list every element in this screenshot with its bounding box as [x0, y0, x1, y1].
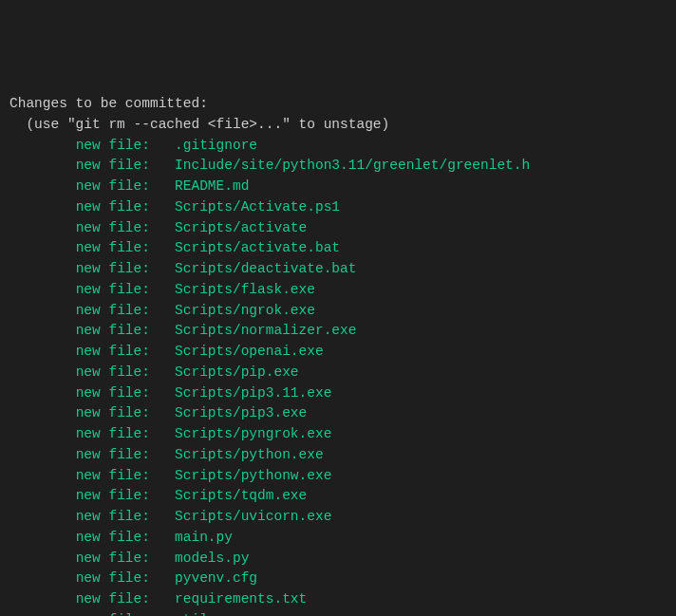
- file-path: Scripts/ngrok.exe: [175, 301, 315, 322]
- file-path: README.md: [175, 177, 249, 197]
- staged-file-entry: new file: Scripts/pip3.11.exe: [9, 383, 667, 404]
- indent: [9, 530, 76, 545]
- indent: [9, 488, 76, 503]
- file-path: Scripts/pip3.11.exe: [175, 383, 331, 404]
- file-path: models.py: [175, 549, 249, 569]
- file-status-label: new file:: [76, 177, 175, 197]
- file-status-label: new file:: [76, 610, 175, 616]
- file-status-label: new file:: [76, 507, 175, 528]
- file-path: Scripts/pip.exe: [175, 363, 299, 383]
- commit-header: Changes to be committed:: [9, 94, 667, 115]
- indent: [9, 323, 76, 338]
- indent: [9, 426, 76, 441]
- indent: [9, 364, 76, 380]
- file-path: Scripts/activate.bat: [175, 238, 340, 259]
- file-status-label: new file:: [76, 321, 175, 342]
- indent: [9, 509, 76, 524]
- file-path: Scripts/activate: [175, 218, 307, 239]
- staged-file-entry: new file: Scripts/Activate.ps1: [9, 197, 667, 218]
- terminal-output: Changes to be committed: (use "git rm --…: [9, 94, 667, 616]
- indent: [9, 282, 76, 297]
- file-status-label: new file:: [76, 445, 175, 466]
- file-path: utils.py: [175, 610, 241, 616]
- file-status-label: new file:: [76, 259, 175, 280]
- staged-file-entry: new file: .gitignore: [9, 136, 667, 157]
- staged-file-entry: new file: Scripts/pip3.exe: [9, 403, 667, 424]
- indent: [9, 158, 76, 173]
- indent: [9, 261, 76, 276]
- staged-file-entry: new file: Scripts/normalizer.exe: [9, 321, 667, 342]
- file-path: Scripts/flask.exe: [175, 280, 315, 301]
- staged-file-entry: new file: Scripts/python.exe: [9, 445, 667, 466]
- file-path: Scripts/pyngrok.exe: [175, 424, 331, 445]
- file-path: .gitignore: [175, 136, 257, 157]
- indent: [9, 468, 76, 483]
- indent: [9, 405, 76, 420]
- file-status-label: new file:: [76, 589, 175, 610]
- file-status-label: new file:: [76, 486, 175, 507]
- file-path: Scripts/tqdm.exe: [175, 486, 307, 507]
- staged-file-entry: new file: requirements.txt: [9, 589, 667, 610]
- staged-file-entry: new file: main.py: [9, 528, 667, 549]
- staged-file-entry: new file: pyvenv.cfg: [9, 569, 667, 589]
- file-path: pyvenv.cfg: [175, 569, 257, 589]
- indent: [9, 199, 76, 215]
- indent: [9, 447, 76, 462]
- indent: [9, 303, 76, 318]
- staged-file-entry: new file: README.md: [9, 177, 667, 197]
- file-status-label: new file:: [76, 569, 175, 589]
- staged-file-entry: new file: Include/site/python3.11/greenl…: [9, 156, 667, 177]
- file-status-label: new file:: [76, 197, 175, 218]
- indent: [9, 240, 76, 255]
- file-status-label: new file:: [76, 549, 175, 569]
- staged-file-entry: new file: models.py: [9, 549, 667, 569]
- staged-file-entry: new file: Scripts/deactivate.bat: [9, 259, 667, 280]
- file-path: main.py: [175, 528, 233, 549]
- indent: [9, 178, 76, 194]
- unstage-hint: (use "git rm --cached <file>..." to unst…: [9, 115, 667, 136]
- file-status-label: new file:: [76, 156, 175, 177]
- file-status-label: new file:: [76, 301, 175, 322]
- staged-file-entry: new file: Scripts/pyngrok.exe: [9, 424, 667, 445]
- staged-file-entry: new file: Scripts/openai.exe: [9, 342, 667, 363]
- file-path: Scripts/deactivate.bat: [175, 259, 356, 280]
- indent: [9, 591, 76, 607]
- staged-file-entry: new file: Scripts/uvicorn.exe: [9, 507, 667, 528]
- file-status-label: new file:: [76, 342, 175, 363]
- indent: [9, 385, 76, 401]
- file-path: Scripts/normalizer.exe: [175, 321, 356, 342]
- file-status-label: new file:: [76, 466, 175, 487]
- staged-file-entry: new file: Scripts/ngrok.exe: [9, 301, 667, 322]
- indent: [9, 344, 76, 359]
- indent: [9, 570, 76, 586]
- staged-file-entry: new file: Scripts/tqdm.exe: [9, 486, 667, 507]
- staged-file-entry: new file: utils.py: [9, 610, 667, 616]
- file-status-label: new file:: [76, 280, 175, 301]
- file-status-label: new file:: [76, 363, 175, 383]
- staged-file-entry: new file: Scripts/pythonw.exe: [9, 466, 667, 487]
- file-path: Scripts/openai.exe: [175, 342, 324, 363]
- indent: [9, 612, 76, 616]
- file-status-label: new file:: [76, 383, 175, 404]
- indent: [9, 138, 76, 153]
- file-status-label: new file:: [76, 218, 175, 239]
- staged-file-entry: new file: Scripts/activate.bat: [9, 238, 667, 259]
- file-path: Scripts/pip3.exe: [175, 403, 307, 424]
- staged-file-entry: new file: Scripts/activate: [9, 218, 667, 239]
- file-path: Scripts/pythonw.exe: [175, 466, 331, 487]
- staged-files-list: new file: .gitignore new file: Include/s…: [9, 136, 667, 617]
- file-path: Scripts/uvicorn.exe: [175, 507, 331, 528]
- indent: [9, 220, 76, 235]
- file-path: Scripts/Activate.ps1: [175, 197, 340, 218]
- staged-file-entry: new file: Scripts/flask.exe: [9, 280, 667, 301]
- file-path: Scripts/python.exe: [175, 445, 324, 466]
- file-path: requirements.txt: [175, 589, 307, 610]
- file-status-label: new file:: [76, 528, 175, 549]
- file-status-label: new file:: [76, 238, 175, 259]
- file-status-label: new file:: [76, 136, 175, 157]
- indent: [9, 551, 76, 566]
- file-status-label: new file:: [76, 403, 175, 424]
- staged-file-entry: new file: Scripts/pip.exe: [9, 363, 667, 383]
- file-status-label: new file:: [76, 424, 175, 445]
- file-path: Include/site/python3.11/greenlet/greenle…: [175, 156, 530, 177]
